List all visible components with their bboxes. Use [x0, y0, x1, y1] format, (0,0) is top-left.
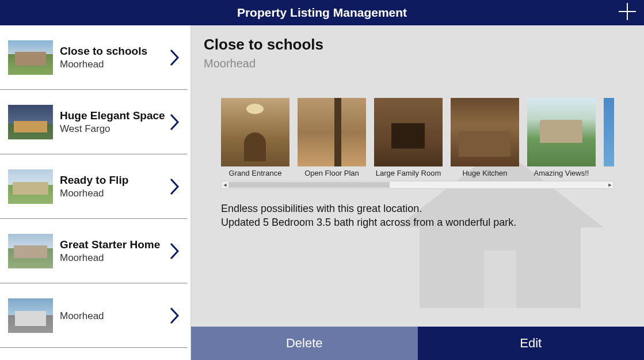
- listing-item[interactable]: Moorhead: [0, 283, 187, 348]
- listing-item[interactable]: Great Starter Home Moorhead: [0, 219, 187, 283]
- chevron-right-icon: [169, 306, 181, 325]
- detail-description: Endless possibilities with this great lo…: [191, 189, 644, 327]
- gallery-caption: Huge Kitchen: [451, 169, 519, 177]
- edit-button[interactable]: Edit: [418, 327, 645, 360]
- gallery-scrollbar[interactable]: ◄ ►: [221, 181, 614, 189]
- detail-title: Close to schools: [204, 36, 631, 54]
- gallery-item[interactable]: [604, 98, 614, 177]
- listing-title: Great Starter Home: [60, 238, 166, 251]
- listing-title: Close to schools: [60, 45, 166, 58]
- listing-location: West Fargo: [60, 123, 166, 135]
- photo-gallery: Grand Entrance Open Floor Plan Large Fam…: [191, 98, 644, 189]
- gallery-thumbnail: [527, 98, 596, 166]
- chevron-right-icon: [169, 48, 181, 67]
- listing-thumbnail: [8, 298, 53, 333]
- chevron-right-icon: [169, 177, 181, 196]
- listing-sidebar[interactable]: Close to schools Moorhead Huge Elegant S…: [0, 25, 191, 360]
- gallery-caption: Grand Entrance: [221, 169, 289, 177]
- listing-title: Ready to Flip: [60, 174, 166, 187]
- gallery-caption: Open Floor Plan: [298, 169, 366, 177]
- gallery-item[interactable]: Huge Kitchen: [451, 98, 519, 177]
- gallery-thumbnail: [604, 98, 614, 166]
- listing-thumbnail: [8, 234, 53, 268]
- scroll-left-icon[interactable]: ◄: [222, 181, 228, 188]
- app-header: Property Listing Management: [0, 0, 644, 25]
- gallery-item[interactable]: Amazing Views!!: [527, 98, 596, 177]
- scroll-right-icon[interactable]: ►: [607, 181, 613, 188]
- listing-thumbnail: [8, 169, 53, 204]
- listing-title: Huge Elegant Space: [60, 109, 166, 122]
- listing-location: Moorhead: [60, 252, 166, 264]
- detail-panel: Close to schools Moorhead Grand Entrance…: [191, 25, 644, 360]
- add-listing-button[interactable]: [618, 2, 637, 24]
- gallery-thumbnail: [374, 98, 443, 166]
- chevron-right-icon: [169, 241, 181, 261]
- listing-location: Moorhead: [60, 59, 166, 70]
- gallery-thumbnail: [298, 98, 366, 166]
- plus-icon: [618, 2, 637, 21]
- gallery-item[interactable]: Large Family Room: [374, 98, 443, 177]
- gallery-item[interactable]: Open Floor Plan: [298, 98, 366, 177]
- gallery-thumbnail: [221, 98, 289, 166]
- app-title: Property Listing Management: [237, 6, 407, 20]
- listing-item[interactable]: Ready to Flip Moorhead: [0, 154, 187, 219]
- chevron-right-icon: [169, 112, 181, 132]
- listing-item[interactable]: Huge Elegant Space West Fargo: [0, 90, 187, 154]
- listing-thumbnail: [8, 105, 53, 139]
- gallery-item[interactable]: Grand Entrance: [221, 98, 289, 177]
- listing-item[interactable]: Close to schools Moorhead: [0, 25, 187, 90]
- action-bar: Delete Edit: [191, 327, 644, 360]
- listing-location: Moorhead: [60, 188, 166, 199]
- scroll-thumb[interactable]: [228, 182, 390, 188]
- listing-location: Moorhead: [60, 310, 166, 322]
- delete-button[interactable]: Delete: [191, 327, 418, 360]
- gallery-caption: Large Family Room: [374, 169, 443, 177]
- listing-thumbnail: [8, 40, 53, 75]
- gallery-caption: Amazing Views!!: [527, 169, 596, 177]
- gallery-thumbnail: [451, 98, 519, 166]
- detail-location: Moorhead: [204, 57, 631, 70]
